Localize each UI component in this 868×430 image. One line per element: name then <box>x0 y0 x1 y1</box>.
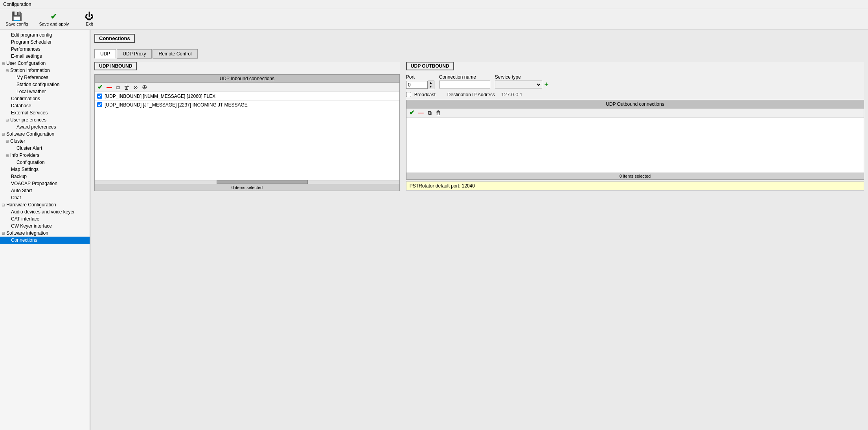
inbound-title: UDP INBOUND <box>94 62 137 70</box>
sidebar-item-map-settings[interactable]: Map Settings <box>0 166 90 173</box>
servicetype-add-button[interactable]: + <box>544 81 550 88</box>
sidebar-item-hardware-configuration[interactable]: ⊟Hardware Configuration <box>0 201 90 208</box>
tree-arrow-hardware-configuration: ⊟ <box>2 203 5 207</box>
sidebar-item-award-preferences[interactable]: Award preferences <box>0 123 90 130</box>
sidebar-item-info-providers[interactable]: ⊟Info Providers <box>0 152 90 159</box>
port-input[interactable] <box>406 81 428 89</box>
exit-button[interactable]: ⏻ Exit <box>77 11 101 28</box>
sidebar-item-label-cw-keyer-interface: CW Keyer interface <box>11 223 52 229</box>
outbound-list-header: UDP Outbound connections <box>406 100 864 108</box>
title-label: Configuration <box>3 2 31 7</box>
sidebar-item-cw-keyer-interface[interactable]: CW Keyer interface <box>0 222 90 230</box>
sidebar-item-cluster[interactable]: ⊟Cluster <box>0 138 90 145</box>
sidebar-item-chat[interactable]: Chat <box>0 194 90 201</box>
servicetype-label: Service type <box>495 74 550 80</box>
inbound-list-header: UDP Inbound connections <box>95 75 399 83</box>
tree-arrow-user-preferences: ⊟ <box>6 118 9 122</box>
sidebar-item-label-cat-interface: CAT interface <box>11 216 39 222</box>
exit-label: Exit <box>86 22 93 26</box>
inbound-add-green-button[interactable]: ✔ <box>96 84 104 91</box>
sidebar-item-label-user-configuration: User Configuration <box>6 61 46 66</box>
inbound-item-1[interactable]: [UDP_INBOUND] [JT_MESSAGE] [2237] INCOMI… <box>95 101 399 109</box>
inbound-list: UDP Inbound connections ✔ — ⧉ 🗑 ⊘ ⊕ [UDP… <box>94 74 400 191</box>
main-layout: Edit program configProgram SchedulerPerf… <box>0 30 868 430</box>
sidebar-item-label-configuration: Configuration <box>17 160 44 165</box>
tree-arrow-software-integration: ⊟ <box>2 231 5 235</box>
sidebar-item-program-scheduler[interactable]: Program Scheduler <box>0 39 90 46</box>
sidebar: Edit program configProgram SchedulerPerf… <box>0 30 90 430</box>
tab-udp-proxy[interactable]: UDP Proxy <box>117 49 152 59</box>
note-box: PSTRotator default port: 12040 <box>406 181 864 191</box>
sidebar-item-station-information[interactable]: ⊟Station Information <box>0 67 90 74</box>
inbound-panel: UDP INBOUND UDP Inbound connections ✔ — … <box>94 62 400 191</box>
sidebar-item-label-hardware-configuration: Hardware Configuration <box>6 202 56 208</box>
sidebar-item-software-integration[interactable]: ⊟Software integration <box>0 230 90 237</box>
sidebar-item-user-preferences[interactable]: ⊟User preferences <box>0 116 90 123</box>
sidebar-item-cluster-alert[interactable]: Cluster Alert <box>0 145 90 152</box>
connname-input[interactable] <box>439 81 490 88</box>
sidebar-item-connections[interactable]: Connections <box>0 237 90 244</box>
outbound-remove-button[interactable]: — <box>417 110 425 116</box>
inbound-item-1-checkbox[interactable] <box>97 102 102 107</box>
outbound-delete-button[interactable]: 🗑 <box>434 110 442 116</box>
inbound-disable-button[interactable]: ⊘ <box>132 84 139 90</box>
inbound-copy-button[interactable]: ⧉ <box>115 84 121 90</box>
tabs-row: UDP UDP Proxy Remote Control <box>94 49 864 59</box>
inbound-scrollbar[interactable] <box>95 180 399 184</box>
sidebar-item-edit-program-config[interactable]: Edit program config <box>0 31 90 39</box>
sidebar-item-backup[interactable]: Backup <box>0 173 90 180</box>
sidebar-item-external-services[interactable]: External Services <box>0 109 90 116</box>
two-col-layout: UDP INBOUND UDP Inbound connections ✔ — … <box>94 62 864 191</box>
sidebar-item-email-settings[interactable]: E-mail settings <box>0 53 90 60</box>
sidebar-item-configuration[interactable]: Configuration <box>0 159 90 166</box>
sidebar-item-label-chat: Chat <box>11 195 21 200</box>
section-title: Connections <box>94 34 135 43</box>
connname-label: Connection name <box>439 74 490 80</box>
inbound-remove-button[interactable]: — <box>105 84 113 90</box>
outbound-copy-button[interactable]: ⧉ <box>427 110 433 116</box>
outbound-footer: 0 items selected <box>406 173 864 179</box>
sidebar-item-confirmations[interactable]: Confirmations <box>0 95 90 102</box>
sidebar-item-cat-interface[interactable]: CAT interface <box>0 215 90 222</box>
sidebar-item-my-references[interactable]: My References <box>0 74 90 81</box>
save-icon: 💾 <box>11 12 22 21</box>
save-config-button[interactable]: 💾 Save config <box>3 11 30 28</box>
sidebar-item-label-email-settings: E-mail settings <box>11 53 42 59</box>
sidebar-item-database[interactable]: Database <box>0 102 90 109</box>
tab-remote-control[interactable]: Remote Control <box>153 49 197 59</box>
servicetype-select[interactable] <box>495 81 542 88</box>
tree-arrow-cluster: ⊟ <box>6 139 9 143</box>
inbound-add-button[interactable]: ⊕ <box>141 84 148 91</box>
inbound-delete-button[interactable]: 🗑 <box>123 84 131 90</box>
inbound-item-0-checkbox[interactable] <box>97 94 102 99</box>
sidebar-item-label-program-scheduler: Program Scheduler <box>11 39 51 45</box>
save-and-apply-button[interactable]: ✔ Save and apply <box>37 11 71 28</box>
sidebar-item-performances[interactable]: Performances <box>0 46 90 53</box>
sidebar-item-audio-devices[interactable]: Audio devices and voice keyer <box>0 208 90 215</box>
sidebar-item-label-local-weather: Local weather <box>17 89 46 94</box>
sidebar-item-software-configuration[interactable]: ⊟Software Configuration <box>0 130 90 138</box>
sidebar-item-label-cluster: Cluster <box>10 138 25 144</box>
sidebar-item-user-configuration[interactable]: ⊟User Configuration <box>0 60 90 67</box>
tab-udp[interactable]: UDP <box>94 49 116 59</box>
sidebar-item-voacap-propagation[interactable]: VOACAP Propagation <box>0 180 90 187</box>
sidebar-item-label-station-configuration: Station configuration <box>17 82 59 87</box>
sidebar-item-label-edit-program-config: Edit program config <box>11 32 52 38</box>
broadcast-checkbox[interactable] <box>406 92 411 97</box>
sidebar-item-label-user-preferences: User preferences <box>10 117 46 123</box>
outbound-panel: UDP OUTBOUND Port ▲ ▼ <box>406 62 864 191</box>
sidebar-item-label-station-information: Station Information <box>10 68 50 73</box>
tree-arrow-user-configuration: ⊟ <box>2 61 5 66</box>
sidebar-item-local-weather[interactable]: Local weather <box>0 88 90 95</box>
port-down-button[interactable]: ▼ <box>428 85 434 89</box>
port-up-button[interactable]: ▲ <box>428 81 434 85</box>
sidebar-item-label-cluster-alert: Cluster Alert <box>17 145 42 151</box>
outbound-list: UDP Outbound connections ✔ — ⧉ 🗑 0 items… <box>406 100 864 180</box>
sidebar-item-station-configuration[interactable]: Station configuration <box>0 81 90 88</box>
sidebar-item-auto-start[interactable]: Auto Start <box>0 187 90 194</box>
outbound-add-green-button[interactable]: ✔ <box>408 109 416 116</box>
inbound-item-1-label: [UDP_INBOUND] [JT_MESSAGE] [2237] INCOMI… <box>105 102 248 108</box>
inbound-item-0[interactable]: [UDP_INBOUND] [N1MM_MESSAGE] [12060] FLE… <box>95 92 399 101</box>
port-spinner-buttons: ▲ ▼ <box>428 81 434 89</box>
tree-arrow-station-information: ⊟ <box>6 68 9 73</box>
